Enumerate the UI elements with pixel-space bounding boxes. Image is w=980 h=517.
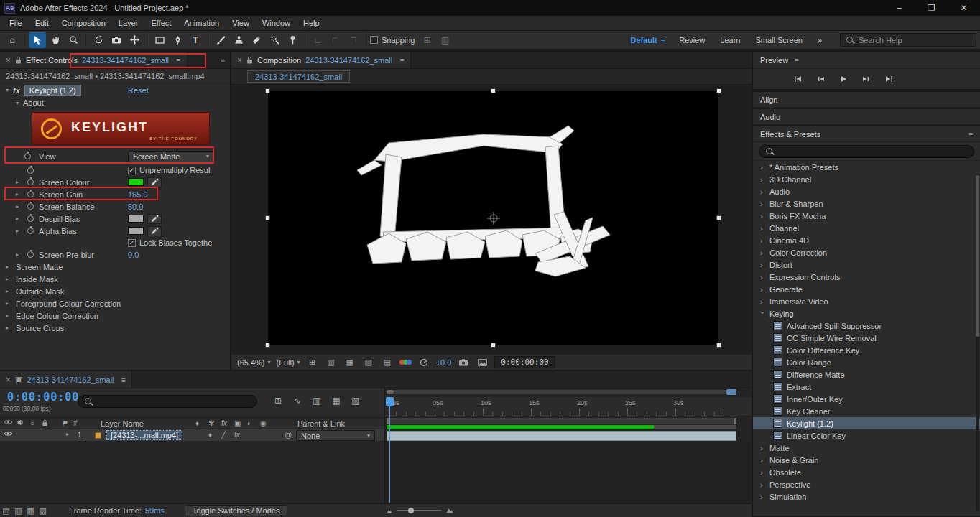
ep-effect-key-cleaner[interactable]: Key Cleaner (753, 405, 980, 417)
resolution-dropdown[interactable]: (Full)▾ (277, 358, 300, 367)
twirl-closed-icon[interactable]: ▸ (16, 203, 19, 210)
view-dropdown[interactable]: Screen Matte▾ (128, 151, 214, 162)
roto-brush-tool[interactable] (266, 32, 283, 48)
parent-pickwhip-icon[interactable]: @ (285, 431, 292, 439)
timeline-search-input[interactable] (97, 397, 251, 406)
edge-colour-correction-group-row[interactable]: ▸Edge Colour Correction (0, 309, 230, 322)
audio-column-icon[interactable] (17, 419, 24, 426)
twirl-closed-icon[interactable]: ▸ (16, 228, 19, 234)
hide-shy-layers-icon[interactable]: ▥ (310, 396, 323, 406)
video-visibility-column-icon[interactable] (4, 419, 13, 425)
stopwatch-icon[interactable] (27, 167, 34, 174)
frame-blending-icon[interactable]: ▦ (330, 396, 343, 406)
shy-column-icon[interactable]: ♦ (195, 419, 199, 427)
twirl-closed-icon[interactable]: ▸ (6, 325, 9, 331)
snapshot-camera-icon[interactable] (457, 357, 470, 368)
ep-category-obsolete[interactable]: ›Obsolete (753, 466, 980, 478)
panel-menu-icon[interactable]: ≡ (794, 56, 798, 65)
current-timecode[interactable]: 0:00:00:00 (7, 391, 79, 404)
help-search-input[interactable] (859, 36, 971, 45)
menu-edit[interactable]: Edit (29, 16, 55, 30)
close-button[interactable]: ✕ (948, 0, 980, 16)
layer-twirl-icon[interactable]: ▸ (66, 431, 69, 437)
ep-effect-difference-matte[interactable]: Difference Matte (753, 368, 980, 381)
panel-lock-icon[interactable] (15, 56, 22, 64)
layer-fx-switch[interactable]: fx (234, 431, 240, 439)
zoom-in-mountain-icon[interactable] (445, 507, 454, 514)
ep-effect-keyl ight-selected[interactable]: Keylight (1.2) (753, 417, 980, 429)
frame-blend-column-icon[interactable]: ◐ (247, 419, 251, 427)
tab-overflow-icon[interactable]: » (221, 56, 230, 65)
close-panel-icon[interactable]: × (6, 375, 11, 385)
quality-column-icon[interactable]: ▣ (234, 419, 241, 427)
align-panel-header[interactable]: Align (753, 90, 980, 108)
timeline-track-area[interactable]: 0s 05s 10s 15s 20s 25s 30s (384, 388, 752, 503)
reset-exposure-icon[interactable] (417, 357, 430, 368)
menu-view[interactable]: View (226, 16, 256, 30)
info-icon[interactable]: ▧ (37, 506, 49, 516)
eyedropper-icon[interactable] (147, 214, 162, 224)
ep-effect-advanced-spill-suppressor[interactable]: Advanced Spill Suppressor (753, 320, 980, 332)
twirl-open-icon[interactable]: ▾ (6, 87, 9, 93)
pen-tool[interactable] (169, 32, 186, 48)
grid-guides-icon[interactable]: ⊞ (306, 357, 319, 368)
foreground-colour-correction-group-row[interactable]: ▸Foreground Colour Correction (0, 297, 230, 309)
draft-3d-icon[interactable]: ∿ (291, 396, 304, 406)
orbit-camera-tool[interactable] (90, 32, 107, 48)
selection-handle[interactable] (265, 215, 270, 220)
ep-category-keying[interactable]: ›Keying (753, 307, 980, 320)
selection-handle[interactable] (716, 215, 721, 220)
stopwatch-icon[interactable] (27, 215, 34, 222)
stopwatch-icon[interactable] (27, 251, 34, 258)
twirl-closed-icon[interactable]: ▸ (6, 288, 9, 294)
collapse-column-icon[interactable]: ✻ (208, 419, 214, 427)
selection-tool[interactable] (29, 32, 46, 48)
eraser-tool[interactable] (248, 32, 265, 48)
ep-category-cinema-4d[interactable]: ›Cinema 4D (753, 234, 980, 246)
despill-bias-swatch[interactable] (128, 215, 144, 223)
zoom-out-mountain-icon[interactable] (387, 508, 392, 513)
playhead-line[interactable] (389, 397, 390, 503)
scrollbar[interactable] (976, 174, 979, 511)
ep-category-audio[interactable]: ›Audio (753, 185, 980, 197)
view-axis-mode-icon[interactable]: ∟ (345, 32, 362, 48)
graph-editor-icon[interactable]: ▥ (12, 506, 24, 516)
show-snapshot-icon[interactable] (476, 357, 489, 368)
ep-category-expression-controls[interactable]: ›Expression Controls (753, 271, 980, 283)
twirl-closed-icon[interactable]: ▸ (6, 264, 9, 270)
menu-help[interactable]: Help (297, 16, 326, 30)
layer-number-column-icon[interactable]: # (73, 419, 78, 427)
workspace-menu-icon[interactable]: ≡ (661, 36, 665, 45)
menu-effect[interactable]: Effect (144, 16, 177, 30)
motion-blur-icon[interactable]: ▧ (349, 396, 362, 406)
menu-animation[interactable]: Animation (177, 16, 226, 30)
menu-layer[interactable]: Layer (112, 16, 145, 30)
camera-view-icon[interactable]: ▤ (381, 357, 394, 368)
time-ruler[interactable]: 0s 05s 10s 15s 20s 25s 30s (385, 397, 752, 416)
scrollbar-thumb[interactable] (976, 175, 979, 337)
twirl-closed-icon[interactable]: ▸ (6, 312, 9, 319)
ep-category-distort[interactable]: ›Distort (753, 258, 980, 271)
toggle-switches-modes-button[interactable]: Toggle Switches / Modes (185, 505, 288, 516)
twirl-closed-icon[interactable]: ▸ (16, 191, 19, 197)
label-column-icon[interactable]: ⚑ (62, 419, 68, 427)
selection-handle[interactable] (265, 88, 270, 93)
ep-category-channel[interactable]: ›Channel (753, 222, 980, 234)
eyedropper-icon[interactable] (147, 177, 162, 187)
close-panel-icon[interactable]: × (237, 55, 242, 65)
zoom-tool[interactable] (65, 32, 82, 48)
maximize-button[interactable]: ❐ (915, 0, 948, 16)
ep-category-boris-fx-mocha[interactable]: ›Boris FX Mocha (753, 210, 980, 222)
parent-link-column[interactable]: Parent & Link (297, 419, 345, 428)
camera-tool[interactable] (108, 32, 125, 48)
navigator-start-handle[interactable] (387, 390, 394, 394)
snap-to-features-icon[interactable]: ▥ (437, 32, 454, 48)
effect-header-row[interactable]: ▾ fx Keylight (1.2) Reset (0, 83, 230, 97)
effects-search-input[interactable] (778, 147, 968, 156)
ep-effect-color-difference-key[interactable]: Color Difference Key (753, 344, 980, 356)
panel-menu-icon[interactable]: ≡ (399, 56, 404, 65)
help-search[interactable] (840, 33, 976, 47)
timeline-tab[interactable]: × ▣ 24313-341474162_small ≡ (0, 371, 132, 388)
ep-category-perspective[interactable]: ›Perspective (753, 478, 980, 490)
workspace-learn[interactable]: Learn (713, 36, 747, 45)
